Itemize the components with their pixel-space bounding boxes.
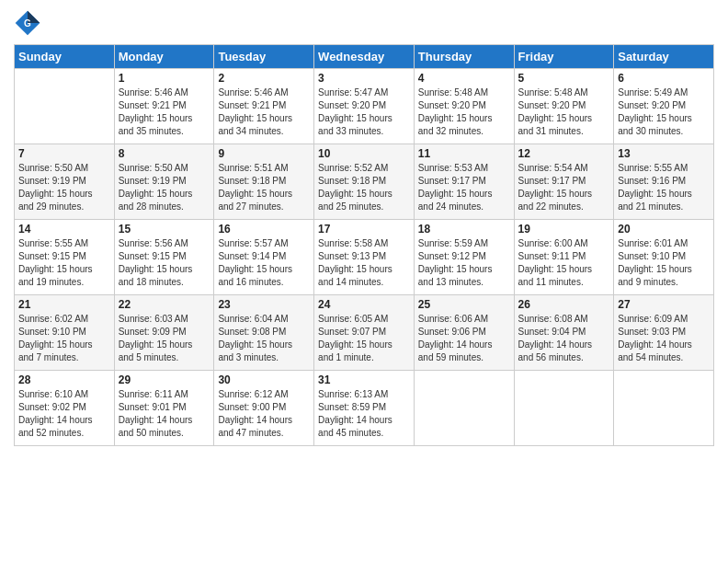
day-info: Sunrise: 5:46 AMSunset: 9:21 PMDaylight:… <box>119 86 210 138</box>
week-row-4: 21Sunrise: 6:02 AMSunset: 9:10 PMDayligh… <box>15 295 714 371</box>
day-cell: 13Sunrise: 5:55 AMSunset: 9:16 PMDayligh… <box>614 144 714 220</box>
header-cell-wednesday: Wednesday <box>314 45 415 69</box>
calendar-table: SundayMondayTuesdayWednesdayThursdayFrid… <box>14 44 714 446</box>
header-cell-friday: Friday <box>514 45 614 69</box>
day-info: Sunrise: 5:51 AMSunset: 9:18 PMDaylight:… <box>218 162 310 213</box>
day-cell: 24Sunrise: 6:05 AMSunset: 9:07 PMDayligh… <box>314 295 415 371</box>
day-info: Sunrise: 6:03 AMSunset: 9:09 PMDaylight:… <box>119 313 210 364</box>
day-number: 18 <box>418 223 510 236</box>
day-info: Sunrise: 5:47 AMSunset: 9:20 PMDaylight:… <box>318 86 410 138</box>
day-number: 13 <box>618 147 710 160</box>
day-number: 10 <box>318 147 410 160</box>
day-cell: 10Sunrise: 5:52 AMSunset: 9:18 PMDayligh… <box>314 144 415 220</box>
calendar-body: 1Sunrise: 5:46 AMSunset: 9:21 PMDaylight… <box>15 69 714 446</box>
day-cell: 11Sunrise: 5:53 AMSunset: 9:17 PMDayligh… <box>414 144 514 220</box>
day-number: 26 <box>518 298 610 311</box>
day-cell: 31Sunrise: 6:13 AMSunset: 8:59 PMDayligh… <box>314 371 415 446</box>
day-info: Sunrise: 5:56 AMSunset: 9:15 PMDaylight:… <box>119 237 210 289</box>
day-number: 4 <box>418 72 510 85</box>
day-cell: 8Sunrise: 5:50 AMSunset: 9:19 PMDaylight… <box>114 144 214 220</box>
day-number: 22 <box>119 298 210 311</box>
day-info: Sunrise: 6:09 AMSunset: 9:03 PMDaylight:… <box>618 313 710 364</box>
day-number: 20 <box>618 223 710 236</box>
day-cell: 2Sunrise: 5:46 AMSunset: 9:21 PMDaylight… <box>214 69 314 144</box>
day-cell <box>414 371 514 446</box>
day-info: Sunrise: 5:55 AMSunset: 9:16 PMDaylight:… <box>618 162 710 213</box>
day-number: 15 <box>119 223 210 236</box>
day-number: 2 <box>218 72 310 85</box>
header-cell-saturday: Saturday <box>614 45 714 69</box>
day-cell: 6Sunrise: 5:49 AMSunset: 9:20 PMDaylight… <box>614 69 714 144</box>
day-number: 6 <box>618 72 710 85</box>
day-cell: 17Sunrise: 5:58 AMSunset: 9:13 PMDayligh… <box>314 220 415 295</box>
day-cell: 29Sunrise: 6:11 AMSunset: 9:01 PMDayligh… <box>114 371 214 446</box>
day-number: 21 <box>18 298 110 311</box>
day-cell: 27Sunrise: 6:09 AMSunset: 9:03 PMDayligh… <box>614 295 714 371</box>
day-cell: 18Sunrise: 5:59 AMSunset: 9:12 PMDayligh… <box>414 220 514 295</box>
day-cell: 28Sunrise: 6:10 AMSunset: 9:02 PMDayligh… <box>15 371 115 446</box>
day-cell <box>514 371 614 446</box>
day-info: Sunrise: 6:12 AMSunset: 9:00 PMDaylight:… <box>218 388 310 440</box>
day-cell: 21Sunrise: 6:02 AMSunset: 9:10 PMDayligh… <box>15 295 115 371</box>
header-cell-monday: Monday <box>114 45 214 69</box>
header: G <box>14 9 714 37</box>
day-cell: 14Sunrise: 5:55 AMSunset: 9:15 PMDayligh… <box>15 220 115 295</box>
day-cell: 16Sunrise: 5:57 AMSunset: 9:14 PMDayligh… <box>214 220 314 295</box>
day-cell: 1Sunrise: 5:46 AMSunset: 9:21 PMDaylight… <box>114 69 214 144</box>
day-cell: 5Sunrise: 5:48 AMSunset: 9:20 PMDaylight… <box>514 69 614 144</box>
day-cell <box>614 371 714 446</box>
day-cell <box>15 69 115 144</box>
day-info: Sunrise: 6:10 AMSunset: 9:02 PMDaylight:… <box>18 388 110 440</box>
day-number: 30 <box>218 373 310 386</box>
day-number: 3 <box>318 72 410 85</box>
day-info: Sunrise: 6:05 AMSunset: 9:07 PMDaylight:… <box>318 313 410 364</box>
day-number: 9 <box>218 147 310 160</box>
day-info: Sunrise: 5:58 AMSunset: 9:13 PMDaylight:… <box>318 237 410 289</box>
day-cell: 9Sunrise: 5:51 AMSunset: 9:18 PMDaylight… <box>214 144 314 220</box>
day-info: Sunrise: 6:08 AMSunset: 9:04 PMDaylight:… <box>518 313 610 364</box>
day-info: Sunrise: 6:11 AMSunset: 9:01 PMDaylight:… <box>119 388 210 440</box>
day-number: 7 <box>18 147 110 160</box>
day-cell: 15Sunrise: 5:56 AMSunset: 9:15 PMDayligh… <box>114 220 214 295</box>
day-cell: 19Sunrise: 6:00 AMSunset: 9:11 PMDayligh… <box>514 220 614 295</box>
day-number: 11 <box>418 147 510 160</box>
day-info: Sunrise: 5:46 AMSunset: 9:21 PMDaylight:… <box>218 86 310 138</box>
day-number: 24 <box>318 298 410 311</box>
day-cell: 3Sunrise: 5:47 AMSunset: 9:20 PMDaylight… <box>314 69 415 144</box>
calendar-header: SundayMondayTuesdayWednesdayThursdayFrid… <box>15 45 714 69</box>
day-number: 29 <box>119 373 210 386</box>
day-number: 16 <box>218 223 310 236</box>
day-info: Sunrise: 5:48 AMSunset: 9:20 PMDaylight:… <box>418 86 510 138</box>
day-info: Sunrise: 5:57 AMSunset: 9:14 PMDaylight:… <box>218 237 310 289</box>
day-info: Sunrise: 6:00 AMSunset: 9:11 PMDaylight:… <box>518 237 610 289</box>
day-number: 31 <box>318 373 410 386</box>
day-info: Sunrise: 6:06 AMSunset: 9:06 PMDaylight:… <box>418 313 510 364</box>
day-cell: 26Sunrise: 6:08 AMSunset: 9:04 PMDayligh… <box>514 295 614 371</box>
week-row-5: 28Sunrise: 6:10 AMSunset: 9:02 PMDayligh… <box>15 371 714 446</box>
day-cell: 23Sunrise: 6:04 AMSunset: 9:08 PMDayligh… <box>214 295 314 371</box>
day-number: 28 <box>18 373 110 386</box>
day-number: 23 <box>218 298 310 311</box>
day-info: Sunrise: 5:48 AMSunset: 9:20 PMDaylight:… <box>518 86 610 138</box>
header-row: SundayMondayTuesdayWednesdayThursdayFrid… <box>15 45 714 69</box>
day-info: Sunrise: 6:02 AMSunset: 9:10 PMDaylight:… <box>18 313 110 364</box>
day-number: 25 <box>418 298 510 311</box>
header-cell-sunday: Sunday <box>15 45 115 69</box>
header-cell-tuesday: Tuesday <box>214 45 314 69</box>
day-number: 12 <box>518 147 610 160</box>
page: G SundayMondayTuesdayWednesdayThursdayFr… <box>0 0 728 563</box>
day-cell: 4Sunrise: 5:48 AMSunset: 9:20 PMDaylight… <box>414 69 514 144</box>
day-info: Sunrise: 5:53 AMSunset: 9:17 PMDaylight:… <box>418 162 510 213</box>
day-number: 8 <box>119 147 210 160</box>
day-number: 14 <box>18 223 110 236</box>
day-info: Sunrise: 5:59 AMSunset: 9:12 PMDaylight:… <box>418 237 510 289</box>
week-row-2: 7Sunrise: 5:50 AMSunset: 9:19 PMDaylight… <box>15 144 714 220</box>
svg-text:G: G <box>24 18 31 29</box>
day-cell: 30Sunrise: 6:12 AMSunset: 9:00 PMDayligh… <box>214 371 314 446</box>
day-info: Sunrise: 6:01 AMSunset: 9:10 PMDaylight:… <box>618 237 710 289</box>
day-info: Sunrise: 5:55 AMSunset: 9:15 PMDaylight:… <box>18 237 110 289</box>
day-info: Sunrise: 5:50 AMSunset: 9:19 PMDaylight:… <box>119 162 210 213</box>
day-info: Sunrise: 5:49 AMSunset: 9:20 PMDaylight:… <box>618 86 710 138</box>
day-info: Sunrise: 5:50 AMSunset: 9:19 PMDaylight:… <box>18 162 110 213</box>
day-info: Sunrise: 5:54 AMSunset: 9:17 PMDaylight:… <box>518 162 610 213</box>
